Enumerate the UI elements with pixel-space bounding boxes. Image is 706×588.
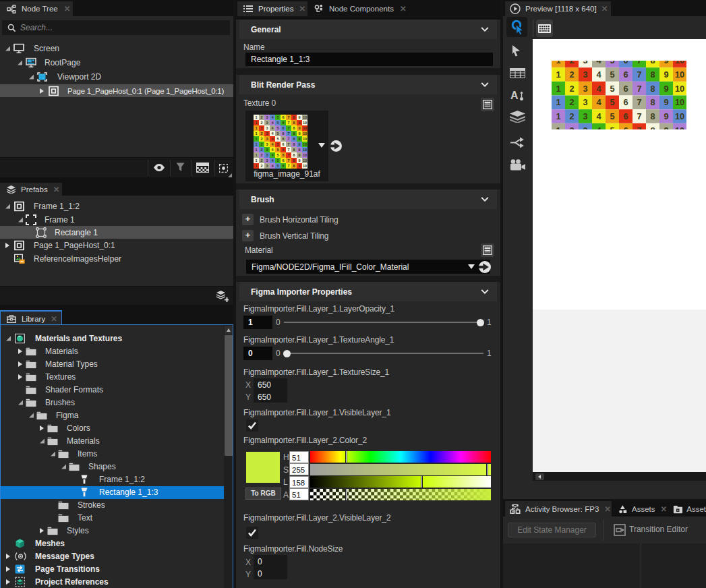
svg-text:1: 1 <box>255 142 257 146</box>
svg-text:9: 9 <box>298 121 300 125</box>
svg-text:2: 2 <box>569 125 574 129</box>
svg-text:7: 7 <box>287 142 289 146</box>
svg-text:10: 10 <box>675 125 684 129</box>
svg-text:7: 7 <box>637 84 641 94</box>
svg-text:10: 10 <box>303 142 307 146</box>
svg-text:4: 4 <box>596 61 601 65</box>
svg-text:1: 1 <box>556 111 560 121</box>
svg-text:5: 5 <box>276 153 278 157</box>
svg-text:6: 6 <box>623 97 628 107</box>
svg-text:2: 2 <box>260 158 262 163</box>
svg-text:9: 9 <box>298 153 300 157</box>
svg-text:1: 1 <box>255 126 257 130</box>
svg-text:1: 1 <box>255 148 257 152</box>
svg-text:9: 9 <box>298 158 300 163</box>
svg-text:5: 5 <box>276 115 278 119</box>
svg-text:3: 3 <box>266 137 268 141</box>
svg-text:9: 9 <box>298 142 300 146</box>
svg-text:7: 7 <box>287 131 289 136</box>
svg-text:8: 8 <box>293 121 295 125</box>
svg-text:8: 8 <box>293 148 295 152</box>
svg-text:6: 6 <box>282 158 284 163</box>
svg-text:6: 6 <box>282 115 284 119</box>
svg-text:5: 5 <box>610 61 614 65</box>
svg-text:9: 9 <box>298 115 300 119</box>
svg-text:1: 1 <box>255 137 257 141</box>
svg-text:2: 2 <box>260 131 262 136</box>
svg-text:5: 5 <box>276 121 278 125</box>
svg-text:7: 7 <box>287 148 289 152</box>
svg-text:6: 6 <box>282 148 284 152</box>
svg-text:6: 6 <box>282 126 284 130</box>
svg-text:10: 10 <box>675 61 684 65</box>
svg-text:10: 10 <box>303 137 307 141</box>
svg-text:2: 2 <box>260 137 262 141</box>
svg-text:6: 6 <box>623 125 628 129</box>
svg-text:10: 10 <box>303 153 307 157</box>
svg-text:7: 7 <box>637 111 641 121</box>
svg-text:8: 8 <box>650 111 655 121</box>
svg-text:9: 9 <box>298 137 300 141</box>
svg-text:6: 6 <box>282 137 284 141</box>
svg-text:7: 7 <box>287 153 289 157</box>
svg-text:5: 5 <box>276 131 278 136</box>
svg-text:3: 3 <box>583 97 587 107</box>
svg-text:5: 5 <box>610 111 614 121</box>
svg-text:1: 1 <box>255 164 257 168</box>
svg-text:5: 5 <box>276 126 278 130</box>
svg-text:10: 10 <box>303 131 307 136</box>
svg-text:1: 1 <box>556 69 560 80</box>
svg-text:3: 3 <box>266 153 268 157</box>
svg-text:1: 1 <box>556 97 560 107</box>
svg-text:9: 9 <box>664 125 668 129</box>
svg-text:2: 2 <box>260 126 262 130</box>
svg-text:3: 3 <box>266 115 268 119</box>
svg-text:2: 2 <box>569 97 574 107</box>
svg-text:4: 4 <box>596 111 601 121</box>
svg-text:1: 1 <box>255 153 257 157</box>
svg-text:7: 7 <box>287 115 289 119</box>
svg-text:10: 10 <box>675 97 684 107</box>
svg-text:3: 3 <box>583 84 587 94</box>
svg-text:2: 2 <box>569 84 574 94</box>
svg-text:3: 3 <box>266 164 268 168</box>
svg-text:3: 3 <box>583 125 587 129</box>
svg-text:8: 8 <box>293 126 295 130</box>
svg-text:9: 9 <box>298 164 300 168</box>
svg-text:2: 2 <box>260 121 262 125</box>
svg-text:5: 5 <box>610 69 614 80</box>
svg-text:2: 2 <box>569 111 574 121</box>
svg-text:9: 9 <box>664 97 668 107</box>
svg-text:2: 2 <box>260 148 262 152</box>
svg-text:A: A <box>510 90 519 101</box>
svg-text:3: 3 <box>266 126 268 130</box>
svg-text:8: 8 <box>293 115 295 119</box>
svg-text:6: 6 <box>282 164 284 168</box>
svg-text:9: 9 <box>664 84 668 94</box>
svg-text:6: 6 <box>282 131 284 136</box>
svg-text:5: 5 <box>276 158 278 163</box>
svg-text:8: 8 <box>293 131 295 136</box>
svg-text:4: 4 <box>596 69 601 80</box>
svg-text:10: 10 <box>303 158 307 163</box>
svg-text:8: 8 <box>293 153 295 157</box>
svg-text:9: 9 <box>664 61 668 65</box>
svg-text:10: 10 <box>675 111 684 121</box>
svg-text:10: 10 <box>303 148 307 152</box>
svg-text:5: 5 <box>276 148 278 152</box>
svg-text:1: 1 <box>255 121 257 125</box>
svg-text:1: 1 <box>556 125 560 129</box>
svg-text:6: 6 <box>623 69 628 80</box>
svg-text:6: 6 <box>282 121 284 125</box>
svg-text:5: 5 <box>610 125 614 129</box>
svg-text:3: 3 <box>266 121 268 125</box>
svg-text:3: 3 <box>266 158 268 163</box>
svg-text:10: 10 <box>303 115 307 119</box>
svg-text:8: 8 <box>650 69 655 80</box>
svg-text:8: 8 <box>293 164 295 168</box>
svg-text:9: 9 <box>664 111 668 121</box>
svg-text:3: 3 <box>266 131 268 136</box>
svg-text:7: 7 <box>637 97 641 107</box>
svg-text:1: 1 <box>255 115 257 119</box>
svg-text:9: 9 <box>664 69 668 80</box>
